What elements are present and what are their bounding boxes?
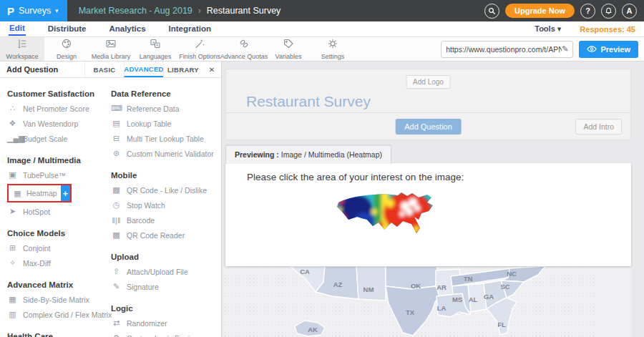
toolbar-item-design[interactable]: Design xyxy=(44,37,89,61)
heatmap-image[interactable] xyxy=(333,192,441,250)
question-type-side-by-side-matrix[interactable]: ▦Side-By-Side Matrix xyxy=(7,292,111,307)
section-title-upload: Upload xyxy=(111,253,221,261)
toolbar-item-variables[interactable]: Variables xyxy=(266,37,311,61)
notifications-button[interactable] xyxy=(601,4,616,19)
complex-grid-icon: ▥ xyxy=(7,310,18,319)
question-type-signature[interactable]: ✎Signature xyxy=(111,279,221,294)
map-right-gutter xyxy=(594,266,631,337)
toolbar-item-label: Settings xyxy=(321,53,345,60)
question-type-stop-watch[interactable]: ◷Stop Watch xyxy=(111,197,221,213)
toolbar-item-media-library[interactable]: Media Library xyxy=(89,37,133,61)
upgrade-now-button[interactable]: Upgrade Now xyxy=(505,4,575,18)
toolbar-item-finish-options[interactable]: Finish Options xyxy=(177,37,222,61)
question-type-label: Stop Watch xyxy=(127,201,165,210)
question-type-qr-code-reader[interactable]: ▩QR Code Reader xyxy=(111,228,221,243)
question-type-label: QR Code Reader xyxy=(127,231,185,240)
logic-engine-icon: ⚙ xyxy=(111,333,122,337)
breadcrumb-folder[interactable]: Market Research - Aug 2019 xyxy=(79,6,192,16)
question-type-van-westendorp[interactable]: ❖Van Westendorp xyxy=(7,116,111,131)
add-intro-button[interactable]: Add Intro xyxy=(575,119,622,135)
state-label-la: LA xyxy=(437,304,447,312)
survey-url-input[interactable] xyxy=(446,45,562,54)
toolbar-item-settings[interactable]: Settings xyxy=(311,37,355,61)
stopwatch-icon: ◷ xyxy=(111,200,122,210)
question-type-hotspot[interactable]: ➤HotSpot xyxy=(7,204,111,219)
toolbar-item-languages[interactable]: aALanguages xyxy=(133,37,177,61)
question-type-custom-logic-engine[interactable]: ⚙Custom Logic Engine xyxy=(111,331,221,337)
search-button[interactable] xyxy=(484,4,499,19)
breadcrumb: Market Research - Aug 2019 › Restaurant … xyxy=(79,6,281,16)
toolbar-item-label: Media Library xyxy=(92,53,131,60)
toolbar-item-label: Languages xyxy=(140,53,172,60)
state-label-fl: FL xyxy=(497,321,506,328)
question-type-heatmap[interactable]: ▦Heatmap+ xyxy=(7,184,72,202)
add-logo-button[interactable]: Add Logo xyxy=(406,75,451,89)
toolbar-item-advance-quotas[interactable]: Advance Quotas xyxy=(222,37,266,61)
survey-title: Restaurant Survey xyxy=(246,93,371,110)
question-type-label: Net Promoter Score xyxy=(23,104,89,113)
toolbar-item-workspace[interactable]: Workspace xyxy=(0,37,44,61)
question-type-label: Signature xyxy=(127,283,159,291)
nav-tab-edit[interactable]: Edit xyxy=(9,22,26,36)
question-type-qr-code-like-dislike[interactable]: ▩QR Code - Like / Dislike xyxy=(111,182,221,197)
section-title-data-reference: Data Reference xyxy=(111,89,221,98)
nav-tab-analytics[interactable]: Analytics xyxy=(108,23,146,35)
question-type-max-diff[interactable]: ✧Max-Diff xyxy=(7,255,111,270)
bar-scale-icon: ▁▄▆ xyxy=(7,134,18,143)
question-type-label: Randomizer xyxy=(127,319,167,328)
state-shape-nm xyxy=(356,266,386,301)
tools-menu[interactable]: Tools ▾ xyxy=(535,24,561,34)
section-title-image-multimedia: Image / Multimedia xyxy=(7,156,111,165)
edit-url-icon[interactable]: ✎ xyxy=(562,44,568,54)
add-heatmap-plus-button[interactable]: + xyxy=(61,185,70,201)
shuffle-icon: ⇄ xyxy=(111,318,122,328)
question-type-label: Max-Diff xyxy=(23,259,51,268)
avatar[interactable]: A xyxy=(622,4,637,19)
question-type-conjoint[interactable]: ⊞Conjoint xyxy=(7,240,111,255)
question-type-budget-scale[interactable]: ▁▄▆Budget Scale xyxy=(7,131,111,146)
question-type-reference-data[interactable]: ⌨Reference Data xyxy=(111,101,221,116)
question-type-custom-numeric-validator[interactable]: ⊛Custom Numeric Validator xyxy=(111,146,221,161)
question-type-label: Heatmap xyxy=(26,189,57,197)
question-type-multi-tier-lookup-table[interactable]: ⊟Multi Tier Lookup Table xyxy=(111,131,221,146)
section-title-choice-models: Choice Models xyxy=(7,229,111,238)
question-type-label: Attach/Upload File xyxy=(127,268,188,276)
svg-text:A: A xyxy=(156,43,159,47)
validator-icon: ⊛ xyxy=(111,149,122,158)
question-type-label: Reference Data xyxy=(127,104,180,113)
question-type-randomizer[interactable]: ⇄Randomizer xyxy=(111,316,221,331)
question-type-attach-upload-file[interactable]: ⇧Attach/Upload File xyxy=(111,264,221,279)
nav-tab-integration[interactable]: Integration xyxy=(168,23,212,35)
responses-count[interactable]: Responses: 45 xyxy=(580,25,635,34)
survey-editor-canvas: Add Logo Restaurant Survey Add Question … xyxy=(222,62,644,337)
state-label-al: AL xyxy=(469,296,478,303)
question-type-net-promoter-score[interactable]: ∴Net Promoter Score xyxy=(7,101,111,116)
surveys-menu-label: Surveys xyxy=(19,6,51,16)
preview-button[interactable]: Preview xyxy=(579,41,638,58)
question-text: Please click the area of your interest o… xyxy=(247,172,464,182)
question-type-tubepulse[interactable]: ▣TubePulse™ xyxy=(7,167,111,182)
question-type-label: Side-By-Side Matrix xyxy=(23,296,89,304)
help-button[interactable]: ? xyxy=(580,4,595,19)
toolbar-item-label: Variables xyxy=(275,53,302,60)
workspace-icon xyxy=(16,38,28,52)
close-panel-button[interactable]: ✕ xyxy=(203,62,221,77)
toolbar-item-label: Finish Options xyxy=(179,53,220,60)
panel-tab-library[interactable]: LIBRARY xyxy=(163,62,203,77)
surveys-menu-button[interactable]: P Surveys ▾ xyxy=(0,0,67,21)
qr-reader-icon: ▩ xyxy=(111,230,122,240)
add-question-button[interactable]: Add Question xyxy=(395,119,462,135)
panel-tab-basic[interactable]: BASIC xyxy=(84,62,124,77)
nav-tab-distribute[interactable]: Distribute xyxy=(47,23,87,35)
question-type-lookup-table[interactable]: ▤Lookup Table xyxy=(111,116,221,131)
question-type-complex-grid-flex-matrix[interactable]: ▥Complex Grid / Flex Matrix xyxy=(7,307,111,322)
qr-like-icon: ▩ xyxy=(111,185,122,195)
panel-tab-advanced[interactable]: ADVANCED xyxy=(124,62,163,77)
question-type-barcode[interactable]: ‖|‖Barcode xyxy=(111,213,221,228)
question-type-label: Barcode xyxy=(127,216,155,225)
video-icon: ▣ xyxy=(7,170,18,180)
topbar-actions: Upgrade Now ? A xyxy=(484,4,644,19)
languages-icon: aA xyxy=(150,38,161,52)
price-tag-icon: ❖ xyxy=(7,119,18,128)
toolbar-item-label: Advance Quotas xyxy=(220,53,268,60)
